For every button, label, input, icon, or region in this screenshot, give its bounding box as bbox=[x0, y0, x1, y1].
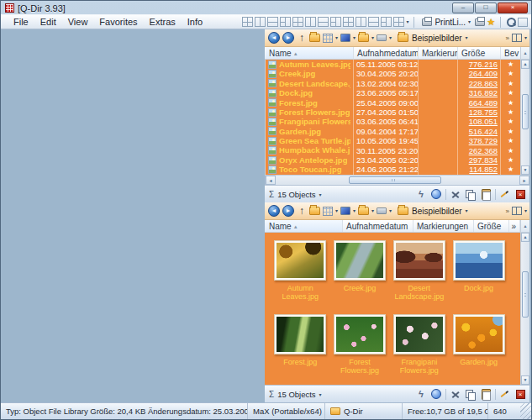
thumbnail-item-garden-jpg[interactable]: Garden.jpg bbox=[449, 310, 508, 384]
layout-split-4-button[interactable] bbox=[292, 17, 303, 27]
up-button[interactable]: ↑ bbox=[297, 206, 307, 216]
scroll-track[interactable] bbox=[521, 69, 529, 165]
thumbnail-item-forest-jpg[interactable]: Forest.jpg bbox=[271, 310, 330, 384]
file-row[interactable]: Garden.jpg09.04.2004 17:17516.424★ bbox=[266, 127, 520, 136]
print-list-button[interactable]: PrintLi... ▾ bbox=[419, 18, 473, 27]
file-row[interactable]: Toco Toucan.jpg24.06.2005 21:22114.852★ bbox=[266, 165, 520, 174]
layout-split-6-button[interactable] bbox=[318, 17, 329, 27]
thumbnail-item-forest-flowers-jpg[interactable]: Forest Flowers.jpg bbox=[330, 310, 390, 384]
toolbar-overflow-icon[interactable]: » bbox=[506, 34, 509, 42]
flash-icon[interactable]: ϟ bbox=[415, 389, 427, 400]
forward-button[interactable]: ► bbox=[282, 32, 294, 44]
forward-button[interactable]: ► bbox=[282, 205, 294, 217]
pane-tr-hscrollbar[interactable]: ◄ ► bbox=[266, 175, 529, 185]
layout-split-5-button[interactable] bbox=[305, 17, 316, 27]
search-icon[interactable] bbox=[506, 17, 516, 27]
file-row[interactable]: Creek.jpg30.04.2005 20:20264.409★ bbox=[266, 69, 520, 78]
file-row[interactable]: Forest Flowers.jpg27.04.2005 01:50128.75… bbox=[266, 108, 520, 117]
layout-split-9-button[interactable] bbox=[356, 17, 366, 27]
column-header-tags[interactable]: Markierun... bbox=[419, 47, 458, 59]
scroll-thumb[interactable] bbox=[522, 94, 529, 129]
scroll-right-button[interactable]: ► bbox=[519, 176, 529, 185]
computer-menu-button[interactable] bbox=[340, 34, 350, 42]
quick-print-button[interactable] bbox=[475, 18, 485, 26]
thumbnail-item-desert-landscape-jpg[interactable]: Desert Landscape.jpg bbox=[390, 236, 450, 310]
pane-tl-vscrollbar[interactable]: ▲ ▼ bbox=[265, 60, 266, 175]
cut-icon[interactable] bbox=[450, 189, 461, 200]
layout-dropdown-icon[interactable]: ▾ bbox=[406, 19, 408, 24]
column-header-size[interactable]: Größe bbox=[474, 220, 509, 232]
layout-split-10-button[interactable] bbox=[368, 17, 379, 27]
up-button[interactable]: ↑ bbox=[297, 33, 307, 43]
drives-dropdown-icon[interactable]: ▾ bbox=[389, 208, 392, 213]
qdir-app-icon[interactable] bbox=[5, 3, 14, 13]
view-dropdown-icon[interactable]: ▾ bbox=[335, 35, 338, 40]
folders-menu-button[interactable] bbox=[358, 34, 369, 42]
view-menu-button[interactable] bbox=[323, 34, 333, 43]
favorites-star-icon[interactable]: ★ bbox=[487, 17, 495, 28]
menu-file[interactable]: File bbox=[8, 16, 34, 28]
scroll-track[interactable] bbox=[521, 242, 529, 375]
pane-tr-object-count[interactable]: 15 Objects bbox=[277, 190, 315, 199]
layout-quad-button[interactable] bbox=[242, 17, 253, 27]
address-path[interactable]: Beispielbilder ▾ bbox=[394, 34, 471, 43]
scroll-left-button[interactable]: ◄ bbox=[266, 176, 276, 185]
drives-dropdown-icon[interactable]: ▾ bbox=[389, 35, 392, 40]
cut-icon[interactable] bbox=[450, 389, 461, 400]
folders-menu-button[interactable] bbox=[358, 207, 369, 215]
edit-icon[interactable] bbox=[499, 189, 511, 200]
pane-tr-vscrollbar[interactable]: ▲ ▼ bbox=[520, 60, 529, 175]
file-row[interactable]: Humpback Whale.jpg30.11.2005 23:20262.36… bbox=[266, 146, 520, 155]
pane-select-button[interactable] bbox=[512, 207, 522, 215]
copy-icon[interactable] bbox=[465, 389, 477, 400]
back-button[interactable]: ◄ bbox=[268, 32, 280, 44]
menu-extras[interactable]: Extras bbox=[144, 16, 182, 28]
scroll-thumb[interactable] bbox=[522, 271, 529, 318]
menu-info[interactable]: Info bbox=[182, 16, 208, 28]
scroll-down-button[interactable]: ▼ bbox=[521, 165, 529, 175]
menu-edit[interactable]: Edit bbox=[34, 16, 62, 28]
favorites-folder-icon[interactable] bbox=[309, 207, 320, 215]
pane-br-object-count[interactable]: 15 Objects bbox=[277, 390, 315, 399]
computer-menu-button[interactable] bbox=[340, 207, 350, 215]
panel-toggle-button[interactable] bbox=[518, 18, 528, 27]
thumbnail-item-dock-jpg[interactable]: Dock.jpg bbox=[449, 236, 508, 310]
scroll-down-button[interactable]: ▼ bbox=[521, 375, 529, 385]
flash-icon[interactable]: ϟ bbox=[415, 189, 427, 200]
maximize-button[interactable]: □ bbox=[475, 3, 497, 13]
browser-icon[interactable] bbox=[431, 389, 441, 399]
layout-split-12-button[interactable] bbox=[393, 17, 404, 27]
file-row[interactable]: Green Sea Turtle.jpg10.05.2005 19:45378.… bbox=[266, 136, 520, 145]
object-count-dropdown-icon[interactable]: ▾ bbox=[319, 192, 322, 197]
column-header-rating[interactable]: Bev bbox=[501, 47, 520, 59]
file-row[interactable]: Autumn Leaves.jpg05.11.2005 03:12776.216… bbox=[266, 60, 520, 69]
file-row[interactable]: Oryx Antelope.jpg23.04.2005 02:20297.834… bbox=[266, 155, 520, 165]
pane-br-vscrollbar[interactable]: ▲ ▼ bbox=[520, 233, 529, 385]
column-header-size[interactable]: Größe bbox=[458, 47, 501, 59]
file-row[interactable]: Dock.jpg23.06.2005 05:17316.892★ bbox=[266, 88, 520, 97]
status-current-path[interactable]: Q-Dir bbox=[325, 403, 403, 419]
drives-menu-button[interactable] bbox=[377, 207, 387, 214]
title-bar[interactable]: [Q-Dir 3.93] – □ × bbox=[1, 1, 531, 14]
paste-icon[interactable] bbox=[482, 389, 491, 400]
view-dropdown-icon[interactable]: ▾ bbox=[335, 208, 338, 213]
file-row[interactable]: Desert Landscape.jpg13.02.2004 02:30228.… bbox=[266, 79, 520, 88]
address-path[interactable]: Beispielbilder ▾ bbox=[394, 207, 471, 216]
layout-split-2-button[interactable] bbox=[267, 17, 278, 27]
hscroll-thumb[interactable] bbox=[349, 176, 441, 184]
close-button[interactable]: × bbox=[498, 3, 528, 13]
copy-icon[interactable] bbox=[465, 189, 477, 200]
view-menu-button[interactable] bbox=[323, 207, 333, 216]
folders-dropdown-icon[interactable]: ▾ bbox=[371, 35, 374, 40]
scroll-up-button[interactable]: ▲ bbox=[521, 233, 529, 242]
column-header-name[interactable]: Name▲ bbox=[266, 47, 354, 59]
computer-dropdown-icon[interactable]: ▾ bbox=[353, 208, 356, 213]
resize-grip[interactable] bbox=[520, 403, 531, 419]
back-button[interactable]: ◄ bbox=[268, 205, 280, 217]
layout-split-7-button[interactable] bbox=[330, 17, 341, 27]
menu-view[interactable]: View bbox=[62, 16, 94, 28]
thumbnail-item-autumn-leaves-jpg[interactable]: Autumn Leaves.jpg bbox=[271, 236, 330, 310]
header-overflow-icon[interactable]: » bbox=[509, 220, 520, 232]
paste-icon[interactable] bbox=[482, 189, 491, 200]
layout-split-11-button[interactable] bbox=[381, 17, 392, 27]
